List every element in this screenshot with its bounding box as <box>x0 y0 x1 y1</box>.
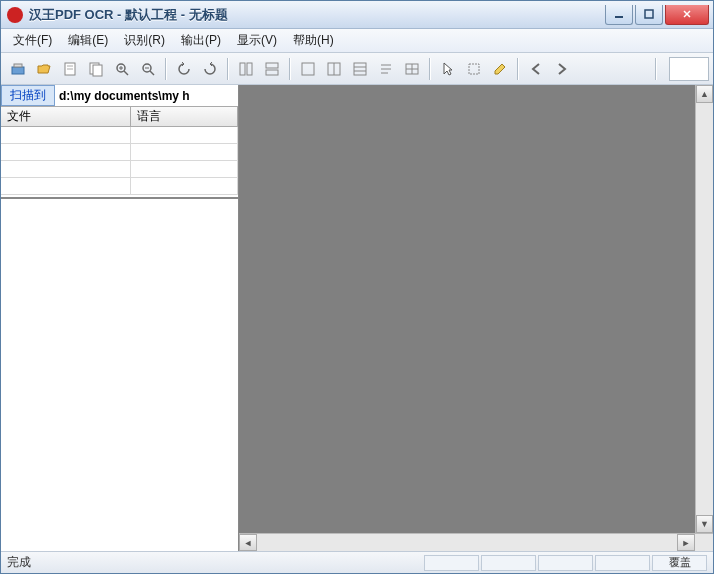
menu-recognize[interactable]: 识别(R) <box>116 29 173 52</box>
table-row <box>1 127 238 144</box>
table-row <box>1 178 238 195</box>
close-button[interactable] <box>665 5 709 25</box>
scan-button[interactable] <box>6 57 30 81</box>
folder-open-icon <box>36 61 52 77</box>
horizontal-scrollbar[interactable]: ◄ ► <box>239 533 713 551</box>
status-text: 完成 <box>7 554 422 571</box>
file-list-headers: 文件 语言 <box>1 107 238 127</box>
toolbar-right-box[interactable] <box>669 57 709 81</box>
status-panel <box>424 555 479 571</box>
svg-rect-20 <box>266 63 278 68</box>
view2-button[interactable] <box>322 57 346 81</box>
file-list-grid[interactable] <box>1 127 238 197</box>
menu-view[interactable]: 显示(V) <box>229 29 285 52</box>
arrow-right-icon <box>554 61 570 77</box>
svg-rect-0 <box>615 16 623 18</box>
svg-rect-18 <box>240 63 245 75</box>
rotate-left-icon <box>176 61 192 77</box>
layout2-icon <box>264 61 280 77</box>
scroll-corner <box>695 534 713 551</box>
scan-to-row: 扫描到 d:\my documents\my h <box>1 85 238 107</box>
titlebar: 汉王PDF OCR - 默认工程 - 无标题 <box>1 1 713 29</box>
table-icon <box>404 61 420 77</box>
table-row <box>1 161 238 178</box>
rotate-left-button[interactable] <box>172 57 196 81</box>
view3-button[interactable] <box>348 57 372 81</box>
layout2-button[interactable] <box>260 57 284 81</box>
toolbar-separator <box>655 58 657 80</box>
rotate-right-button[interactable] <box>198 57 222 81</box>
arrow-left-icon <box>528 61 544 77</box>
scroll-up-button[interactable]: ▲ <box>696 85 713 103</box>
viewer-canvas[interactable] <box>239 85 695 533</box>
viewer-inner: ▲ ▼ <box>239 85 713 533</box>
layout1-button[interactable] <box>234 57 258 81</box>
svg-rect-21 <box>266 70 278 75</box>
document-viewer: ▲ ▼ ◄ ► <box>239 85 713 551</box>
scan-path-field[interactable]: d:\my documents\my h <box>55 85 238 106</box>
scroll-track[interactable] <box>257 534 677 551</box>
grid-icon <box>300 61 316 77</box>
zoom-out-button[interactable] <box>136 57 160 81</box>
cursor-button[interactable] <box>436 57 460 81</box>
toolbar-separator <box>517 58 519 80</box>
scanner-icon <box>10 61 26 77</box>
menu-file[interactable]: 文件(F) <box>5 29 60 52</box>
pencil-icon <box>492 61 508 77</box>
sidebar-preview <box>1 197 238 551</box>
scan-to-button[interactable]: 扫描到 <box>1 85 55 106</box>
next-button[interactable] <box>550 57 574 81</box>
list-icon <box>352 61 368 77</box>
toolbar <box>1 53 713 85</box>
edit-button[interactable] <box>488 57 512 81</box>
view5-button[interactable] <box>400 57 424 81</box>
marquee-icon <box>466 61 482 77</box>
columns-icon <box>326 61 342 77</box>
menu-output[interactable]: 输出(P) <box>173 29 229 52</box>
app-window: 汉王PDF OCR - 默认工程 - 无标题 文件(F) 编辑(E) 识别(R)… <box>0 0 714 574</box>
status-panel <box>538 555 593 571</box>
page-setup-button[interactable] <box>58 57 82 81</box>
menu-edit[interactable]: 编辑(E) <box>60 29 116 52</box>
pages-icon <box>88 61 104 77</box>
status-panel <box>595 555 650 571</box>
app-icon <box>7 7 23 23</box>
scroll-track[interactable] <box>696 103 713 515</box>
main-area: 扫描到 d:\my documents\my h 文件 语言 ▲ <box>1 85 713 551</box>
svg-line-12 <box>124 71 128 75</box>
view1-button[interactable] <box>296 57 320 81</box>
view4-button[interactable] <box>374 57 398 81</box>
zoom-in-icon <box>114 61 130 77</box>
maximize-button[interactable] <box>635 5 663 25</box>
page-next-button[interactable] <box>84 57 108 81</box>
prev-button[interactable] <box>524 57 548 81</box>
cursor-icon <box>440 61 456 77</box>
close-icon <box>682 9 692 19</box>
window-title: 汉王PDF OCR - 默认工程 - 无标题 <box>29 6 603 24</box>
toolbar-separator <box>289 58 291 80</box>
svg-line-16 <box>150 71 154 75</box>
open-button[interactable] <box>32 57 56 81</box>
minimize-icon <box>614 9 624 19</box>
layout-icon <box>238 61 254 77</box>
zoom-in-button[interactable] <box>110 57 134 81</box>
col-file-header[interactable]: 文件 <box>1 107 131 126</box>
svg-rect-5 <box>14 64 22 67</box>
minimize-button[interactable] <box>605 5 633 25</box>
scroll-down-button[interactable]: ▼ <box>696 515 713 533</box>
svg-rect-10 <box>93 65 102 76</box>
menu-help[interactable]: 帮助(H) <box>285 29 342 52</box>
svg-rect-25 <box>354 63 366 75</box>
status-panel <box>481 555 536 571</box>
window-buttons <box>603 5 709 25</box>
col-lang-header[interactable]: 语言 <box>131 107 238 126</box>
toolbar-separator <box>429 58 431 80</box>
svg-rect-4 <box>12 67 24 74</box>
scroll-left-button[interactable]: ◄ <box>239 534 257 551</box>
select-button[interactable] <box>462 57 486 81</box>
page-icon <box>62 61 78 77</box>
toolbar-separator <box>227 58 229 80</box>
scroll-right-button[interactable]: ► <box>677 534 695 551</box>
rotate-right-icon <box>202 61 218 77</box>
vertical-scrollbar[interactable]: ▲ ▼ <box>695 85 713 533</box>
